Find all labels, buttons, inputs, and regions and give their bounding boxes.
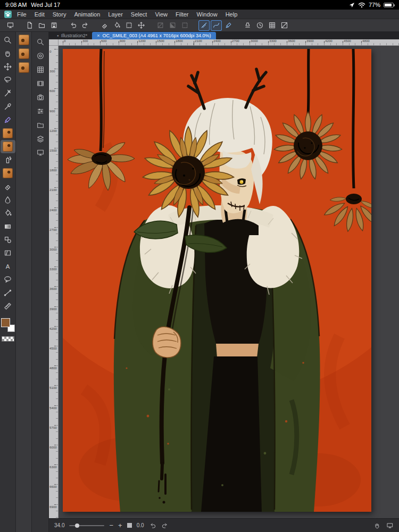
palette-material[interactable] — [32, 63, 48, 77]
rotate-right-icon[interactable] — [161, 522, 169, 529]
color-swatches[interactable] — [1, 318, 15, 332]
fill-button[interactable] — [111, 20, 122, 31]
timelapse-button[interactable] — [254, 20, 265, 31]
subtool-thumb-3[interactable] — [19, 62, 29, 73]
screen: 9:08 AM Wed Jul 17 77% FileEditStoryAnim… — [0, 0, 399, 532]
menu-file[interactable]: File — [17, 11, 27, 18]
transform-button[interactable] — [123, 20, 135, 31]
menu-view[interactable]: View — [155, 11, 168, 18]
clip-studio-logo[interactable] — [4, 11, 12, 18]
fit-screen-toggle[interactable] — [127, 523, 132, 528]
recthalf-icon — [169, 21, 177, 29]
snap-to-ruler-button[interactable] — [198, 20, 210, 31]
menu-layer[interactable]: Layer — [108, 11, 123, 18]
zoom-in-button[interactable]: + — [118, 522, 122, 529]
rotate-left-icon[interactable] — [149, 522, 156, 529]
zoom-slider-knob[interactable] — [75, 523, 79, 528]
move-tool[interactable] — [1, 60, 15, 73]
menu-edit[interactable]: Edit — [35, 11, 45, 18]
redo-button[interactable] — [80, 20, 91, 31]
snap-to-grid-button[interactable] — [223, 20, 234, 31]
ruler-top-label: 300 — [82, 39, 88, 43]
ruler-top-tick — [343, 41, 343, 45]
blend-tool[interactable] — [1, 193, 15, 206]
palette-folder[interactable] — [32, 118, 48, 132]
menu-filter[interactable]: Filter — [176, 11, 188, 18]
menu-animation[interactable]: Animation — [74, 11, 100, 18]
rectslash-icon — [156, 21, 164, 29]
menu-help[interactable]: Help — [226, 11, 238, 18]
foreground-color-swatch[interactable] — [1, 318, 10, 327]
menu-select[interactable]: Select — [131, 11, 147, 18]
line-correction-tool[interactable] — [1, 286, 15, 300]
selection-border-button[interactable] — [179, 20, 190, 31]
ruler-top-tick — [268, 41, 269, 45]
tab-close-icon[interactable]: × — [97, 33, 99, 38]
menu-window[interactable]: Window — [197, 11, 218, 18]
open-file-button[interactable] — [36, 20, 47, 31]
menu-bar: FileEditStoryAnimationLayerSelectViewFil… — [0, 10, 399, 19]
material-button[interactable] — [242, 20, 253, 31]
clip-studio-button[interactable] — [5, 20, 16, 31]
transparent-color-swatch[interactable] — [2, 336, 14, 342]
delete-button[interactable] — [99, 20, 110, 31]
selection-tool[interactable] — [1, 73, 15, 87]
ruler-top-tick — [231, 41, 231, 45]
frame-border-tool[interactable] — [1, 246, 15, 260]
flip-view-button[interactable] — [279, 20, 290, 31]
tab-2[interactable]: ×OC_SMILE_003 (A4 4961 x 7016px 600dpi 3… — [92, 32, 215, 39]
airbrush-tool[interactable] — [1, 153, 15, 167]
fill-tool[interactable] — [1, 206, 15, 220]
palette-navigator[interactable] — [32, 146, 48, 160]
menu-story[interactable]: Story — [53, 11, 66, 18]
palette-animation[interactable] — [32, 77, 48, 90]
ruler-tool[interactable] — [1, 300, 15, 313]
invert-selection-button[interactable] — [167, 20, 178, 31]
move-icon — [3, 62, 12, 71]
move-canvas-tool[interactable] — [1, 47, 15, 60]
canvas-viewport[interactable] — [59, 46, 399, 518]
pencil-tool[interactable] — [1, 127, 15, 140]
move-canvas-button[interactable] — [136, 20, 147, 31]
zoom-out-button[interactable]: − — [109, 522, 113, 529]
pen-tool[interactable] — [1, 113, 15, 127]
palette-tool-property[interactable] — [32, 104, 48, 118]
deselect-button[interactable] — [155, 20, 166, 31]
palette-subview[interactable] — [32, 90, 48, 104]
hand-nav-icon[interactable] — [373, 522, 381, 529]
canvas-artwork[interactable] — [63, 49, 371, 512]
ruler-left-label: 2400 — [49, 208, 57, 212]
save-button[interactable] — [48, 20, 60, 31]
zoom-tool[interactable] — [1, 34, 15, 47]
navigator-icon[interactable] — [386, 522, 394, 529]
tab-1[interactable]: ●Illustration2* — [52, 32, 92, 39]
auto-select-tool[interactable] — [1, 87, 15, 100]
eraser-tool[interactable] — [1, 180, 15, 193]
zoom-slider[interactable] — [69, 525, 104, 526]
text-tool[interactable] — [1, 260, 15, 273]
grid-button[interactable] — [267, 20, 278, 31]
palette-color[interactable] — [32, 49, 48, 63]
palette-search[interactable] — [32, 35, 48, 49]
decoration-tool-thumbnail — [3, 168, 13, 178]
palette-layer[interactable] — [32, 132, 48, 146]
gradient-tool[interactable] — [1, 220, 15, 233]
ruler-left-label: 6000 — [49, 445, 57, 449]
sliders-icon — [36, 107, 45, 115]
figure-tool[interactable] — [1, 233, 15, 246]
folder-icon — [38, 21, 46, 29]
ruler-left-label: 2700 — [49, 228, 57, 231]
ruler-left-label: 6300 — [49, 465, 57, 469]
eyedropper-tool[interactable] — [1, 100, 15, 113]
decoration-tool[interactable] — [1, 167, 15, 180]
hand-icon — [3, 49, 12, 58]
new-canvas-button[interactable] — [24, 20, 35, 31]
balloon-tool[interactable] — [1, 273, 15, 286]
figure-icon — [3, 235, 12, 244]
undo-button[interactable] — [68, 20, 79, 31]
battery-percent: 77% — [369, 2, 380, 8]
snap-to-special-ruler-button[interactable] — [211, 20, 222, 31]
subtool-thumb-2[interactable] — [19, 48, 29, 59]
subtool-thumb-1[interactable] — [19, 35, 29, 45]
brush-tool[interactable] — [1, 140, 15, 153]
